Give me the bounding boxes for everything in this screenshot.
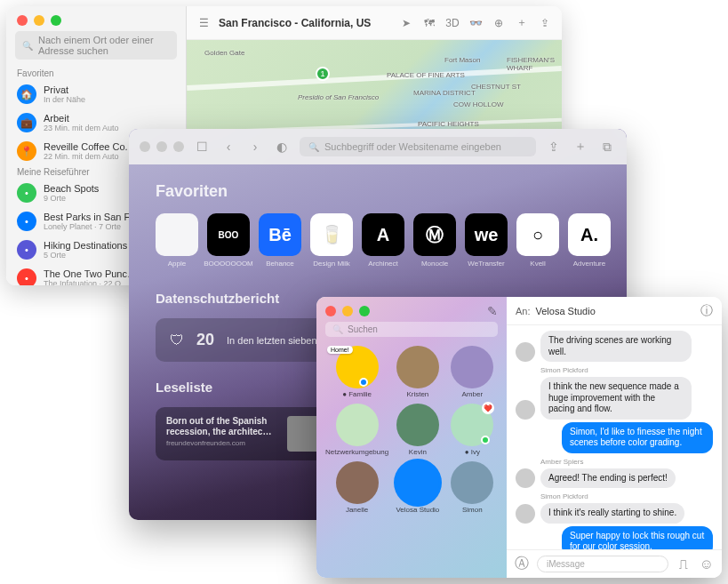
message-bubble[interactable]: I think the new sequence made a huge imp… — [540, 377, 692, 420]
shield-icon: 🛡 — [170, 332, 184, 348]
apps-icon[interactable]: Ⓐ — [514, 556, 530, 572]
bookmark-icon: we — [465, 213, 508, 256]
add-icon[interactable]: ＋ — [514, 15, 530, 31]
maps-title: San Francisco - California, US — [219, 17, 391, 29]
contact-name: Netzwerkumgebung — [325, 448, 388, 456]
map-icon[interactable]: 🗺 — [421, 15, 437, 31]
contact-item[interactable]: Simon — [447, 461, 498, 514]
pin-label: Home! — [327, 346, 353, 354]
audio-icon[interactable]: ⎍ — [676, 556, 692, 572]
shield-icon[interactable]: ◐ — [273, 138, 291, 156]
map-label: MARINA DISTRICT — [413, 89, 476, 97]
to-label: An: — [516, 306, 531, 316]
message-bubble[interactable]: Agreed! The ending is perfect! — [540, 468, 676, 489]
close-icon[interactable] — [140, 141, 150, 152]
place-icon: 💼 — [17, 113, 36, 132]
contact-item[interactable]: Amber — [447, 346, 498, 398]
message-row: The driving scenes are working well. — [516, 331, 713, 362]
item-subtitle: 5 Orte — [44, 251, 127, 260]
bookmark-item[interactable]: 🥛Design Milk — [310, 213, 353, 268]
minimize-icon[interactable] — [34, 15, 44, 26]
close-icon[interactable] — [17, 15, 28, 26]
contact-name: ● Ivy — [465, 448, 480, 456]
zoom-icon[interactable] — [359, 306, 370, 316]
item-subtitle: The Infatuation · 22 O… — [44, 279, 137, 285]
search-placeholder: Nach einem Ort oder einer Adresse suchen — [38, 35, 170, 56]
map-label: Fort Mason — [444, 56, 480, 64]
bookmark-icon: A — [362, 213, 404, 256]
recipient-name: Velosa Studio — [536, 306, 596, 316]
contact-item[interactable]: Kristen — [392, 346, 443, 398]
avatar — [336, 404, 379, 446]
message-bubble[interactable]: Super happy to lock this rough cut for o… — [562, 526, 713, 550]
compose-icon[interactable]: ✎ — [487, 304, 498, 318]
messages-search-input[interactable]: Suchen — [325, 322, 498, 337]
3d-icon[interactable]: 3D — [444, 15, 460, 31]
message-row: I think it's really starting to shine. — [516, 503, 713, 524]
sidebar-toggle-icon[interactable]: ☐ — [193, 138, 211, 156]
messages-window: ✎ Suchen Home!● FamilieKristenAmberNetzw… — [316, 297, 722, 578]
bookmark-item[interactable]: weWeTransfer — [465, 213, 508, 268]
tabs-icon[interactable]: ⧉ — [598, 138, 616, 156]
contact-item[interactable]: Janelle — [325, 461, 388, 514]
bookmark-item[interactable]: ○Kvell — [516, 213, 559, 268]
minimize-icon[interactable] — [342, 306, 353, 316]
sidebar-toggle-icon[interactable]: ☰ — [196, 15, 212, 31]
navigate-icon[interactable]: ➤ — [398, 15, 414, 31]
heart-icon: ❤️ — [482, 402, 494, 414]
share-icon[interactable]: ⇪ — [537, 15, 553, 31]
close-icon[interactable] — [325, 306, 336, 316]
share-icon[interactable]: ⇪ — [545, 138, 563, 156]
forward-icon[interactable]: › — [246, 138, 264, 156]
bookmark-item[interactable]: Apple — [156, 213, 198, 268]
bookmark-icon: 🥛 — [310, 213, 353, 256]
map-label: PALACE OF FINE ARTS — [387, 71, 465, 79]
zoom-icon[interactable] — [51, 15, 61, 26]
contact-item[interactable]: Velosa Studio — [392, 461, 443, 514]
minimize-icon[interactable] — [156, 141, 167, 152]
conversation-pane: An: Velosa Studio ⓘ The driving scenes a… — [507, 297, 722, 578]
message-row: I think the new sequence made a huge imp… — [516, 377, 713, 420]
search-placeholder: Suchen — [348, 324, 378, 334]
search-icon — [332, 324, 343, 334]
message-bubble[interactable]: The driving scenes are working well. — [540, 331, 692, 362]
message-bubble[interactable]: Simon, I'd like to finesse the night sce… — [562, 422, 713, 453]
item-title: Beach Spots — [44, 183, 99, 194]
bookmark-item[interactable]: BēBehance — [259, 213, 301, 268]
message-thread[interactable]: The driving scenes are working well.Simo… — [507, 325, 722, 549]
input-placeholder: iMessage — [547, 559, 585, 569]
maps-search-input[interactable]: Nach einem Ort oder einer Adresse suchen — [15, 31, 177, 60]
new-tab-icon[interactable]: ＋ — [572, 138, 589, 156]
contact-item[interactable]: Home!● Familie — [325, 346, 388, 398]
bookmark-item[interactable]: ⓂMonocle — [413, 213, 456, 268]
contact-item[interactable]: Kevin — [392, 404, 443, 456]
emoji-icon[interactable]: ☺ — [699, 556, 715, 572]
lookaround-icon[interactable]: 👓 — [468, 15, 484, 31]
search-icon — [308, 141, 319, 152]
message-bubble[interactable]: I think it's really starting to shine. — [540, 503, 684, 524]
place-icon: 🏠 — [17, 84, 36, 104]
bookmark-item[interactable]: A.Adventure — [568, 213, 611, 268]
back-icon[interactable]: ‹ — [220, 138, 237, 156]
map-label: FISHERMAN'S WHARF — [507, 56, 562, 72]
contact-item[interactable]: Netzwerkumgebung — [325, 404, 388, 456]
reading-list-item[interactable]: Born out of the Spanish recession, the a… — [156, 407, 333, 460]
item-subtitle: 23 Min. mit dem Auto — [44, 124, 119, 132]
contact-item[interactable]: ❤️● Ivy — [447, 404, 498, 456]
location-icon[interactable]: ⊕ — [491, 15, 507, 31]
maps-header: ☰ San Francisco - California, US ➤ 🗺 3D … — [187, 6, 562, 40]
item-subtitle: 22 Min. mit dem Auto — [44, 152, 128, 161]
zoom-icon[interactable] — [173, 141, 184, 152]
map-label: PACIFIC HEIGHTS — [418, 120, 479, 128]
sidebar-item-favorite[interactable]: 🏠PrivatIn der Nähe — [6, 80, 186, 108]
bookmark-label: Apple — [168, 260, 186, 268]
message-input[interactable]: iMessage — [537, 556, 668, 572]
info-icon[interactable]: ⓘ — [700, 303, 713, 319]
bookmark-icon — [156, 213, 198, 256]
url-input[interactable]: Suchbegriff oder Websitename eingeben — [300, 137, 536, 156]
bookmark-item[interactable]: BOOBOOOOOOOM — [207, 213, 250, 268]
bookmark-item[interactable]: AArchinect — [362, 213, 404, 268]
message-composer: Ⓐ iMessage ⎍ ☺ — [507, 549, 722, 578]
avatar — [516, 468, 535, 488]
item-title: Hiking Destinations — [44, 240, 127, 251]
